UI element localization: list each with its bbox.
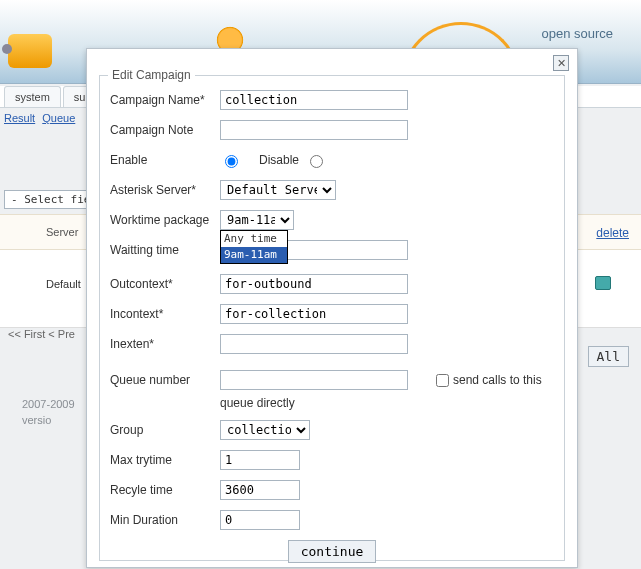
queue-number-input[interactable] xyxy=(220,370,408,390)
worktime-option-9am[interactable]: 9am-11am xyxy=(221,247,287,263)
continue-button[interactable]: continue xyxy=(288,540,377,563)
label-campaign-note: Campaign Note xyxy=(110,123,220,137)
label-queue: Queue number xyxy=(110,373,220,387)
camera-icon xyxy=(8,34,52,68)
footer-version: versio xyxy=(22,412,75,428)
label-mindur: Min Duration xyxy=(110,513,220,527)
fieldset: Edit Campaign Campaign Name* Campaign No… xyxy=(99,75,565,561)
outcontext-input[interactable] xyxy=(220,274,408,294)
worktime-dropdown-list: Any time 9am-11am xyxy=(220,230,288,264)
campaign-name-input[interactable] xyxy=(220,90,408,110)
tab-system[interactable]: system xyxy=(4,86,61,107)
label-worktime: Worktime package xyxy=(110,213,220,227)
label-recycle: Recyle time xyxy=(110,483,220,497)
label-send-calls: send calls to this xyxy=(453,373,542,387)
label-disable: Disable xyxy=(259,153,299,167)
disable-radio[interactable] xyxy=(310,155,323,168)
label-enable: Enable xyxy=(110,153,220,167)
worktime-select[interactable]: 9am-11am xyxy=(220,210,294,230)
label-incontext: Incontext* xyxy=(110,307,220,321)
edit-campaign-dialog: ✕ Edit Campaign Campaign Name* Campaign … xyxy=(86,48,578,568)
footer-year: 2007-2009 xyxy=(22,396,75,412)
worktime-option-any[interactable]: Any time xyxy=(221,231,287,247)
label-waiting: Waitting time xyxy=(110,243,220,257)
campaign-note-input[interactable] xyxy=(220,120,408,140)
inexten-input[interactable] xyxy=(220,334,408,354)
asterisk-server-select[interactable]: Default Server xyxy=(220,180,336,200)
crumb-result[interactable]: Result xyxy=(4,112,35,124)
delete-link[interactable]: delete xyxy=(596,226,629,240)
dialog-title: Edit Campaign xyxy=(108,68,195,82)
label-maxtry: Max trytime xyxy=(110,453,220,467)
label-inexten: Inexten* xyxy=(110,337,220,351)
enable-radio[interactable] xyxy=(225,155,238,168)
send-calls-checkbox[interactable] xyxy=(436,374,449,387)
label-asterisk: Asterisk Server* xyxy=(110,183,220,197)
group-select[interactable]: collection xyxy=(220,420,310,440)
breadcrumb: Result Queue xyxy=(4,112,79,124)
max-trytime-input[interactable] xyxy=(220,450,300,470)
open-source-label: open source xyxy=(541,26,613,41)
footer: 2007-2009 versio xyxy=(22,396,75,428)
incontext-input[interactable] xyxy=(220,304,408,324)
recycle-time-input[interactable] xyxy=(220,480,300,500)
crumb-queue[interactable]: Queue xyxy=(42,112,75,124)
pager[interactable]: << First < Pre xyxy=(8,328,75,340)
delete-icon[interactable] xyxy=(595,276,611,290)
col-server[interactable]: Server xyxy=(46,226,78,238)
min-duration-input[interactable] xyxy=(220,510,300,530)
label-group: Group xyxy=(110,423,220,437)
close-icon[interactable]: ✕ xyxy=(553,55,569,71)
label-queue-note: queue directly xyxy=(220,396,554,410)
all-button[interactable]: All xyxy=(588,346,629,367)
cell-server: Default xyxy=(46,278,81,290)
label-campaign-name: Campaign Name* xyxy=(110,93,220,107)
label-outcontext: Outcontext* xyxy=(110,277,220,291)
